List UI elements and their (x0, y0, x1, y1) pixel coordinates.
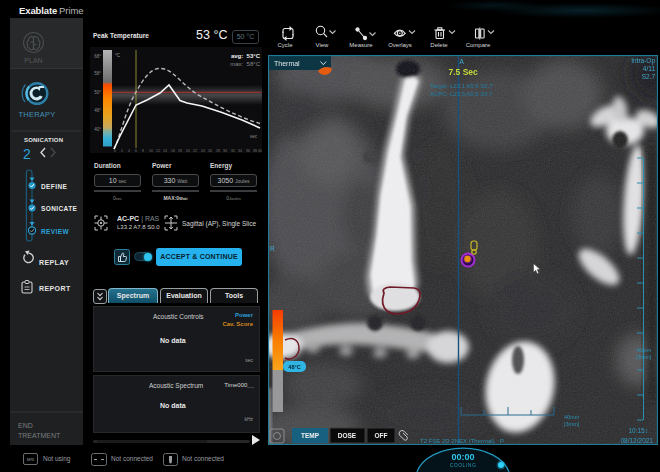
svg-text:46°: 46° (94, 108, 101, 113)
svg-text:18: 18 (178, 149, 182, 153)
svg-text:END: END (18, 422, 33, 429)
svg-text:50°: 50° (94, 90, 101, 95)
svg-text:40°: 40° (94, 127, 101, 132)
svg-text:SONICATION: SONICATION (24, 137, 63, 143)
svg-text:26: 26 (208, 149, 212, 153)
svg-text:08/12/2021: 08/12/2021 (620, 437, 653, 444)
svg-text:20: 20 (186, 149, 190, 153)
svg-text:Cycle: Cycle (277, 42, 293, 48)
svg-text:°C: °C (115, 53, 121, 58)
svg-text:Delete: Delete (430, 42, 448, 48)
svg-text:8: 8 (142, 149, 144, 153)
svg-text:00:00: 00:00 (451, 452, 474, 462)
svg-text:REVIEW: REVIEW (41, 228, 70, 235)
svg-text:avg: 53°C: avg: 53°C (231, 53, 261, 59)
svg-text:40mm: 40mm (636, 347, 652, 353)
svg-text:TEMP: TEMP (301, 432, 320, 439)
svg-text:A: A (460, 58, 465, 65)
svg-text:32: 32 (231, 149, 235, 153)
svg-text:0: 0 (114, 149, 116, 153)
svg-text:40: 40 (258, 149, 262, 153)
svg-text:sec: sec (250, 134, 258, 139)
svg-text:SONICATE: SONICATE (41, 205, 78, 212)
svg-text:2: 2 (121, 149, 123, 153)
svg-text:14: 14 (163, 149, 167, 153)
svg-text:[3mm]: [3mm] (564, 421, 580, 427)
svg-text:TREATMENT: TREATMENT (18, 432, 61, 439)
svg-text:COOLING: COOLING (450, 462, 477, 468)
svg-text:OFF: OFF (375, 432, 388, 439)
svg-text:Intra-Op: Intra-Op (631, 57, 655, 65)
svg-text:max: 58°C: max: 58°C (230, 61, 260, 67)
svg-text:68°: 68° (94, 54, 101, 59)
svg-text:7.5 Sec: 7.5 Sec (449, 67, 479, 77)
svg-text:REPORT: REPORT (39, 285, 71, 292)
svg-text:28: 28 (216, 149, 220, 153)
svg-text:4/11: 4/11 (643, 65, 656, 72)
svg-text:10:15↕: 10:15↕ (628, 427, 648, 434)
svg-text:[3mm]: [3mm] (636, 354, 652, 360)
svg-text:10: 10 (149, 149, 153, 153)
svg-text:Target: L23.1 A5.6 S2.7: Target: L23.1 A5.6 S2.7 (430, 83, 493, 89)
svg-text:PLAN: PLAN (24, 57, 42, 64)
svg-text:12: 12 (156, 149, 160, 153)
svg-text:DEFINE: DEFINE (41, 183, 67, 190)
svg-text:24: 24 (201, 149, 205, 153)
svg-text:58°: 58° (94, 71, 101, 76)
svg-text:Overlays: Overlays (388, 42, 412, 48)
svg-text:2: 2 (23, 146, 31, 162)
svg-text:View: View (316, 42, 330, 48)
svg-text:THERAPY: THERAPY (19, 110, 56, 119)
svg-text:34: 34 (238, 149, 242, 153)
svg-text:38: 38 (253, 149, 257, 153)
svg-text:R: R (270, 245, 275, 252)
svg-text:30: 30 (223, 149, 227, 153)
svg-text:4: 4 (128, 149, 130, 153)
svg-text:48°C: 48°C (288, 364, 300, 370)
svg-text:REPLAY: REPLAY (39, 259, 69, 266)
svg-text:Compare: Compare (466, 42, 491, 48)
svg-text:ACPC: L23.5 A0.5 S3.7: ACPC: L23.5 A0.5 S3.7 (430, 91, 493, 97)
svg-text:22: 22 (193, 149, 197, 153)
svg-text:Thermal: Thermal (274, 60, 300, 67)
svg-text:Measure: Measure (349, 42, 373, 48)
svg-text:DOSE: DOSE (338, 432, 357, 439)
svg-text:40mm: 40mm (564, 414, 580, 420)
svg-text:S2.7: S2.7 (642, 73, 656, 80)
svg-text:16: 16 (171, 149, 175, 153)
svg-text:6: 6 (135, 149, 137, 153)
svg-text:36: 36 (246, 149, 250, 153)
